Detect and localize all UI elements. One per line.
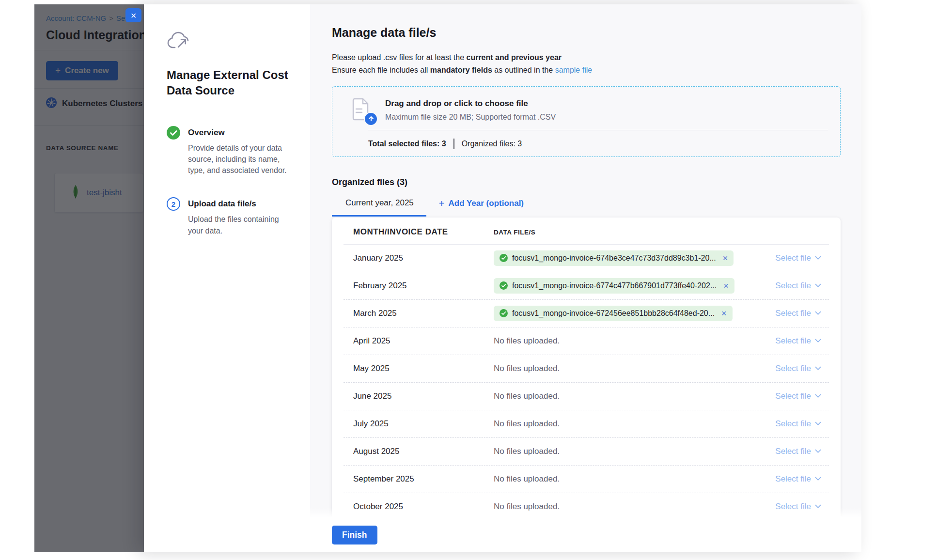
empty-text: No files uploaded.: [494, 474, 560, 484]
chevron-down-icon: [815, 421, 821, 426]
stepper-panel: Manage External Cost Data Source Overvie…: [144, 4, 310, 552]
chevron-down-icon: [815, 283, 821, 288]
step-upload-description: Upload the files containing your data.: [188, 214, 290, 236]
instruction-line-2: Ensure each file includes all mandatory …: [332, 64, 841, 77]
check-circle-icon: [500, 309, 508, 317]
file-counts: Total selected files: 3 Organized files:…: [368, 139, 828, 149]
month-label: May 2025: [353, 364, 494, 373]
tab-current-year[interactable]: Current year, 2025: [332, 198, 426, 217]
upload-document-icon: [350, 97, 376, 124]
file-dropzone[interactable]: Drag and drop or click to choose file Ma…: [332, 86, 841, 157]
header-month-invoice-date: MONTH/INVOICE DATE: [353, 227, 494, 237]
month-label: January 2025: [353, 253, 494, 263]
remove-file-icon[interactable]: ×: [723, 281, 729, 290]
add-year-button[interactable]: + Add Year (optional): [439, 198, 524, 217]
select-file-dropdown[interactable]: Select file: [775, 281, 821, 291]
month-label: August 2025: [353, 447, 494, 456]
empty-text: No files uploaded.: [494, 336, 560, 346]
remove-file-icon[interactable]: ×: [721, 309, 727, 318]
step-upload-title: Upload data file/s: [188, 197, 290, 209]
select-file-dropdown[interactable]: Select file: [775, 419, 821, 429]
drawer-footer: Finish: [310, 517, 861, 552]
remove-file-icon[interactable]: ×: [723, 254, 728, 263]
divider: [368, 130, 828, 130]
month-label: September 2025: [353, 474, 494, 484]
file-chip-name: focusv1_mongo-invoice-672456ee851bbb28c6…: [512, 309, 715, 318]
cloud-export-icon: [167, 44, 190, 52]
step-overview-description: Provide details of your data source, inc…: [188, 142, 290, 176]
organized-files-heading: Organized files (3): [332, 177, 841, 187]
step-number-icon: 2: [167, 197, 180, 211]
chevron-down-icon: [815, 339, 821, 343]
table-row: July 2025 No files uploaded. Select file: [344, 410, 829, 438]
month-label: April 2025: [353, 336, 494, 346]
chevron-down-icon: [815, 449, 821, 453]
table-row: September 2025 No files uploaded. Select…: [344, 466, 829, 493]
empty-text: No files uploaded.: [494, 447, 560, 456]
upload-arrow-icon: [364, 112, 378, 126]
finish-button[interactable]: Finish: [332, 526, 377, 544]
panel-title: Manage data file/s: [332, 26, 841, 40]
file-chip: focusv1_mongo-invoice-674be3ce47c73d37dd…: [494, 250, 734, 266]
upload-instructions: Please upload .csv files for at least th…: [332, 51, 841, 77]
empty-text: No files uploaded.: [494, 419, 560, 429]
chevron-down-icon: [815, 394, 821, 398]
step-overview-title: Overview: [188, 126, 290, 138]
vertical-divider: [453, 139, 454, 149]
organized-files-count: Organized files: 3: [462, 140, 522, 148]
background-page: Account: CCM-NG>Set Cloud Integration + …: [34, 4, 144, 552]
step-complete-check-icon: [167, 126, 180, 140]
chevron-down-icon: [815, 256, 821, 260]
select-file-dropdown[interactable]: Select file: [775, 309, 821, 318]
month-label: June 2025: [353, 391, 494, 401]
table-row: January 2025 focusv1_mon: [344, 245, 829, 272]
file-chip-name: focusv1_mongo-invoice-6774c477b667901d77…: [512, 281, 717, 290]
select-file-dropdown[interactable]: Select file: [775, 391, 821, 401]
chevron-down-icon: [815, 311, 821, 315]
table-row: February 2025 focusv1_mo: [344, 272, 829, 300]
table-row: August 2025 No files uploaded. Select fi…: [344, 438, 829, 466]
sample-file-link[interactable]: sample file: [555, 66, 592, 74]
dropzone-title: Drag and drop or click to choose file: [385, 97, 556, 109]
select-file-dropdown[interactable]: Select file: [775, 253, 821, 263]
total-selected-files: Total selected files: 3: [368, 140, 446, 148]
table-row: May 2025 No files uploaded. Select file: [344, 355, 829, 383]
select-file-dropdown[interactable]: Select file: [775, 336, 821, 346]
check-circle-icon: [500, 254, 508, 262]
empty-text: No files uploaded.: [494, 364, 560, 373]
table-row: April 2025 No files uploaded. Select fil…: [344, 327, 829, 355]
file-chip: focusv1_mongo-invoice-6774c477b667901d77…: [494, 278, 734, 294]
month-label: July 2025: [353, 419, 494, 429]
select-file-dropdown[interactable]: Select file: [775, 474, 821, 484]
step-upload-data-files[interactable]: 2 Upload data file/s Upload the files co…: [167, 197, 294, 236]
monthly-files-card: MONTH/INVOICE DATE DATA FILE/S January 2…: [332, 218, 841, 552]
manage-data-source-drawer: Manage External Cost Data Source Overvie…: [144, 4, 861, 552]
empty-text: No files uploaded.: [494, 391, 560, 401]
manage-data-files-panel: Manage data file/s Please upload .csv fi…: [310, 4, 861, 552]
month-label: February 2025: [353, 281, 494, 291]
modal-dim-overlay: [34, 4, 144, 552]
select-file-dropdown[interactable]: Select file: [775, 447, 821, 456]
check-circle-icon: [500, 281, 508, 290]
chevron-down-icon: [815, 477, 821, 481]
instruction-line-1: Please upload .csv files for at least th…: [332, 51, 841, 64]
file-chip: focusv1_mongo-invoice-672456ee851bbb28c6…: [494, 306, 733, 321]
add-year-label: Add Year (optional): [449, 199, 524, 208]
close-icon: ×: [131, 11, 137, 20]
step-overview[interactable]: Overview Provide details of your data so…: [167, 126, 294, 176]
chevron-down-icon: [815, 366, 821, 371]
stepper: Overview Provide details of your data so…: [167, 126, 294, 236]
header-data-files: DATA FILE/S: [494, 229, 758, 236]
dropzone-subtitle: Maximum file size 20 MB; Supported forma…: [385, 113, 556, 122]
drawer-title: Manage External Cost Data Source: [167, 67, 293, 99]
app-window: Account: CCM-NG>Set Cloud Integration + …: [34, 4, 861, 552]
table-header-row: MONTH/INVOICE DATE DATA FILE/S: [344, 220, 829, 245]
plus-icon: +: [439, 198, 445, 209]
file-chip-name: focusv1_mongo-invoice-674be3ce47c73d37dd…: [512, 254, 716, 263]
screenshot-canvas: Account: CCM-NG>Set Cloud Integration + …: [0, 0, 937, 560]
month-label: March 2025: [353, 309, 494, 318]
table-row: June 2025 No files uploaded. Select file: [344, 383, 829, 410]
table-row: March 2025 focusv1_mongo: [344, 300, 829, 327]
close-button[interactable]: ×: [125, 8, 141, 22]
select-file-dropdown[interactable]: Select file: [775, 364, 821, 373]
